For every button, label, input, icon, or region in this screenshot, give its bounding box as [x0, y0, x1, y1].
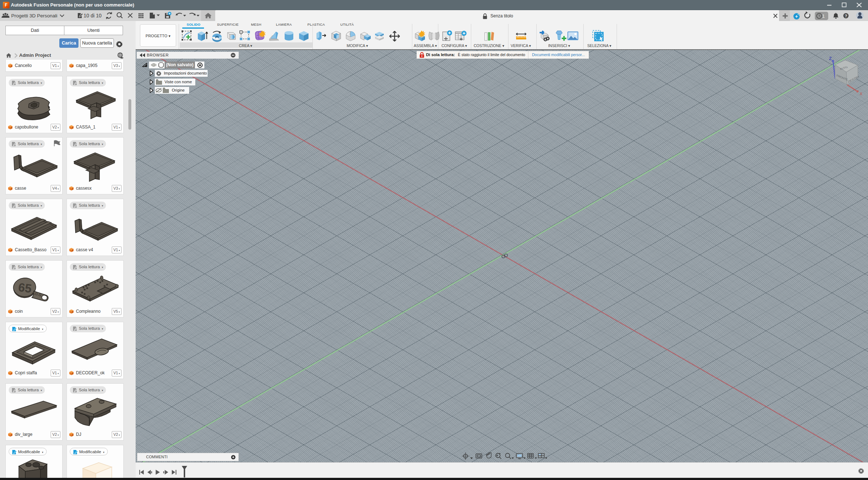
- svg-text:10 di 10: 10 di 10: [84, 13, 102, 18]
- svg-text:X: X: [860, 92, 863, 96]
- svg-text:1: 1: [822, 13, 825, 19]
- svg-text:65: 65: [17, 280, 33, 295]
- svg-text:Z: Z: [829, 56, 832, 61]
- svg-text:Progetti 3D Personali: Progetti 3D Personali: [11, 13, 58, 18]
- svg-text:?: ?: [845, 14, 847, 18]
